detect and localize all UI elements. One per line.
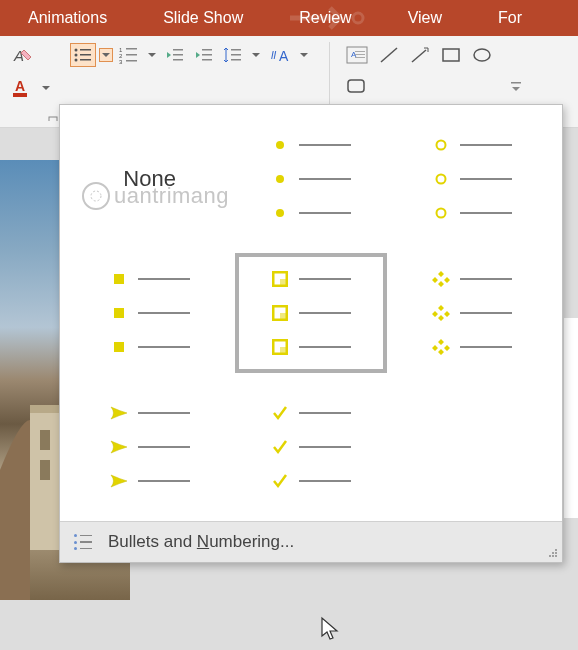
svg-rect-21 (202, 54, 212, 56)
bullets-button[interactable] (70, 43, 96, 67)
shape-line[interactable] (375, 42, 403, 68)
bullet-option-hollow-square[interactable] (235, 253, 386, 373)
bullets-and-numbering-menu-item[interactable]: Bullets and Numbering... (60, 521, 562, 562)
shape-oval[interactable] (468, 43, 496, 67)
font-color-dropdown[interactable] (39, 81, 53, 95)
svg-rect-30 (355, 51, 365, 52)
shapes-more-button[interactable] (506, 76, 526, 96)
diamond-cluster-icon (432, 270, 450, 288)
tab-format[interactable]: For (470, 0, 550, 36)
svg-rect-57 (280, 279, 287, 286)
arrow-icon (110, 404, 128, 422)
svg-point-5 (75, 49, 78, 52)
decorative-arrow (280, 0, 380, 36)
svg-point-48 (276, 175, 284, 183)
svg-rect-6 (80, 49, 91, 51)
clear-formatting-button[interactable]: A (8, 42, 36, 70)
svg-rect-18 (173, 54, 183, 56)
svg-point-51 (437, 175, 446, 184)
svg-rect-3 (13, 93, 27, 97)
svg-text:A: A (279, 48, 289, 64)
line-spacing-button[interactable] (220, 43, 246, 67)
svg-rect-32 (355, 57, 365, 58)
numbering-dropdown-caret[interactable] (145, 48, 159, 62)
shape-textbox[interactable]: A (342, 42, 372, 68)
svg-rect-54 (114, 308, 124, 318)
bullet-option-none[interactable]: None (74, 119, 225, 239)
shape-rectangle[interactable] (437, 43, 465, 67)
font-color-button[interactable]: A (8, 74, 36, 102)
svg-point-49 (276, 209, 284, 217)
svg-rect-41 (40, 430, 50, 450)
svg-point-67 (555, 555, 557, 557)
checkmark-icon (271, 404, 289, 422)
bullet-option-circle[interactable] (397, 119, 548, 239)
svg-text:3: 3 (119, 59, 123, 64)
svg-rect-23 (231, 49, 241, 51)
bullets-numbering-label: Bullets and Numbering... (108, 532, 294, 552)
svg-rect-4 (49, 117, 57, 121)
svg-rect-22 (202, 59, 212, 61)
disc-icon (271, 136, 289, 154)
bullets-dropdown-caret[interactable] (99, 48, 113, 62)
svg-text:A: A (13, 47, 24, 64)
decrease-indent-button[interactable] (162, 43, 188, 67)
text-direction-button[interactable]: llA (266, 42, 294, 68)
svg-line-33 (381, 48, 397, 62)
side-content-sliver (564, 318, 578, 518)
increase-indent-button[interactable] (191, 43, 217, 67)
bullet-option-diamond-cluster[interactable] (397, 253, 548, 373)
svg-rect-14 (126, 54, 137, 56)
svg-rect-24 (231, 54, 241, 56)
svg-point-66 (552, 555, 554, 557)
svg-rect-38 (511, 82, 521, 84)
bullet-option-disc[interactable] (235, 119, 386, 239)
tab-slide-show[interactable]: Slide Show (135, 0, 271, 36)
svg-point-36 (474, 49, 490, 61)
svg-point-0 (353, 13, 363, 23)
numbering-button[interactable]: 123 (116, 43, 142, 67)
tab-animations[interactable]: Animations (0, 0, 135, 36)
resize-handle-icon[interactable] (548, 548, 558, 558)
svg-line-34 (412, 50, 426, 62)
svg-rect-25 (231, 59, 241, 61)
svg-rect-35 (443, 49, 459, 61)
shape-line-arrow[interactable] (406, 42, 434, 68)
svg-rect-55 (114, 342, 124, 352)
line-spacing-dropdown[interactable] (249, 48, 263, 62)
tab-view[interactable]: View (380, 0, 470, 36)
svg-rect-8 (80, 54, 91, 56)
shape-rounded-rect[interactable] (342, 74, 370, 98)
text-direction-dropdown[interactable] (297, 48, 311, 62)
svg-rect-37 (348, 80, 364, 92)
bullets-dropdown-panel: None (59, 104, 563, 563)
svg-rect-20 (202, 49, 212, 51)
svg-text:ll: ll (271, 49, 276, 61)
circle-icon (432, 136, 450, 154)
bullet-option-arrow[interactable] (74, 387, 225, 507)
cursor-icon (320, 616, 340, 642)
svg-rect-44 (40, 460, 50, 480)
svg-rect-53 (114, 274, 124, 284)
hollow-square-icon (271, 270, 289, 288)
svg-text:A: A (15, 78, 25, 94)
svg-point-52 (437, 209, 446, 218)
svg-point-50 (437, 141, 446, 150)
none-label: None (123, 166, 176, 192)
svg-rect-59 (280, 313, 287, 320)
ribbon-tabs: Animations Slide Show Review View For (0, 0, 578, 36)
bullet-option-square[interactable] (74, 253, 225, 373)
bullets-grid: None (60, 105, 562, 521)
font-group: A A (8, 42, 64, 121)
svg-rect-19 (173, 59, 183, 61)
svg-rect-61 (280, 347, 287, 354)
svg-point-64 (555, 552, 557, 554)
square-icon (110, 270, 128, 288)
svg-rect-10 (80, 59, 91, 61)
svg-point-9 (75, 59, 78, 62)
bullet-option-checkmark[interactable] (235, 387, 386, 507)
svg-rect-16 (126, 60, 137, 62)
svg-point-65 (549, 555, 551, 557)
svg-rect-12 (126, 48, 137, 50)
svg-rect-31 (355, 54, 365, 55)
